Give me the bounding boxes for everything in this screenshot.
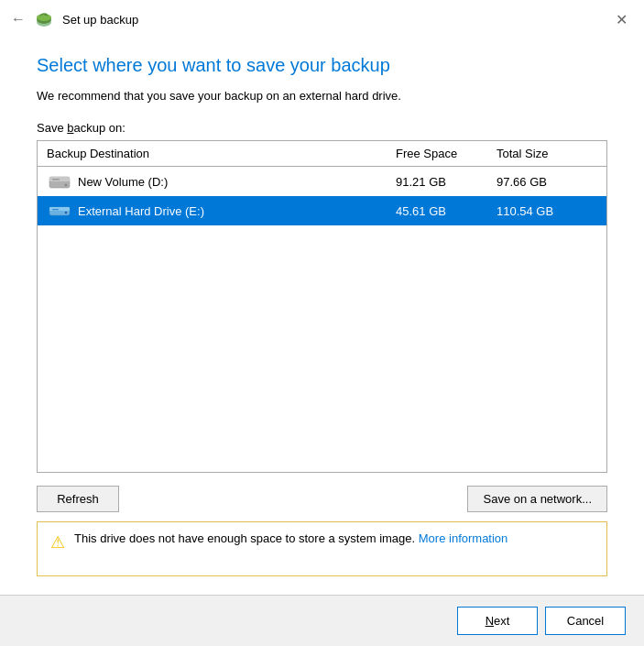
save-backup-label: Save backup on: [37,121,607,135]
title-bar: ← Set up backup ✕ [0,0,644,37]
drive-free-d: 91.21 GB [396,175,497,189]
table-header: Backup Destination Free Space Total Size [38,141,606,167]
svg-rect-10 [52,209,59,210]
title-bar-left: ← Set up backup [11,8,138,30]
warning-box: ⚠ This drive does not have enough space … [37,521,607,576]
more-information-link[interactable]: More information [419,531,508,545]
drive-icon-d [47,172,72,191]
save-on-network-button[interactable]: Save on a network... [467,486,607,512]
drive-total-e: 110.54 GB [497,204,597,218]
svg-rect-8 [49,207,70,211]
table-row[interactable]: External Hard Drive (E:) 45.61 GB 110.54… [38,196,606,225]
main-content: Select where you want to save your backu… [0,37,644,595]
col-header-total-size: Total Size [497,147,597,160]
action-buttons-row: Refresh Save on a network... [37,486,607,512]
col-header-destination: Backup Destination [47,147,396,160]
cancel-button[interactable]: Cancel [545,607,626,635]
drive-total-d: 97.66 GB [497,175,597,189]
window: ← Set up backup ✕ Select where you want … [0,0,644,646]
svg-point-9 [65,212,67,214]
footer: Next Cancel [0,595,644,646]
page-heading: Select where you want to save your backu… [37,55,607,76]
col-header-free-space: Free Space [396,147,497,160]
description-text: We recommend that you save your backup o… [37,89,607,103]
warning-icon: ⚠ [50,532,65,553]
backup-icon [33,8,55,30]
drive-icon-e [47,202,72,220]
table-row[interactable]: New Volume (D:) 91.21 GB 97.66 GB [38,167,606,196]
window-title: Set up backup [62,13,138,27]
drive-name-e: External Hard Drive (E:) [78,204,396,218]
close-button[interactable]: ✕ [610,9,633,30]
next-button[interactable]: Next [457,607,538,635]
svg-point-2 [37,14,51,21]
svg-rect-6 [52,179,60,181]
drive-free-e: 45.61 GB [396,204,497,218]
drive-table: Backup Destination Free Space Total Size… [37,140,607,473]
refresh-button[interactable]: Refresh [37,486,119,512]
back-button[interactable]: ← [11,11,26,27]
svg-point-5 [65,184,68,187]
warning-text: This drive does not have enough space to… [74,531,508,545]
drive-name-d: New Volume (D:) [78,175,396,189]
